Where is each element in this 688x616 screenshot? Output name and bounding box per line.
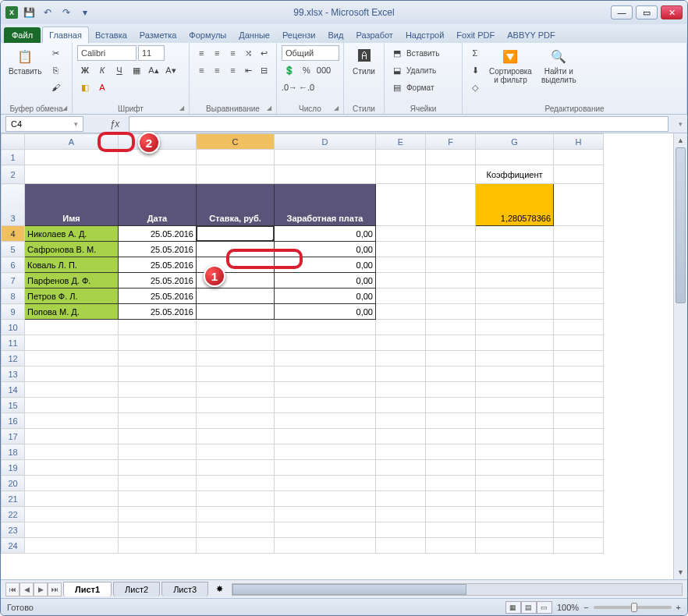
insert-cells-icon[interactable]: ⬒ xyxy=(389,45,405,61)
zoom-out-icon[interactable]: − xyxy=(583,603,588,612)
underline-button[interactable]: Ч xyxy=(112,62,127,78)
dec-decimal-icon[interactable]: ←.0 xyxy=(299,80,314,95)
copy-icon[interactable]: ⎘ xyxy=(48,62,63,78)
coef-value-cell[interactable]: 1,280578366 xyxy=(476,184,554,226)
table-cell[interactable]: 25.05.2016 xyxy=(119,257,197,273)
vertical-scrollbar[interactable]: ▲ ▼ xyxy=(673,133,687,579)
clipboard-launcher-icon[interactable]: ◢ xyxy=(60,103,69,112)
table-cell[interactable]: 25.05.2016 xyxy=(119,289,197,304)
table-cell[interactable]: 0,00 xyxy=(275,304,376,320)
styles-button[interactable]: 🅰 Стили xyxy=(349,45,379,77)
table-cell[interactable]: 25.05.2016 xyxy=(119,273,197,289)
table-cell[interactable]: 25.05.2016 xyxy=(119,226,197,242)
table-cell[interactable]: 0,00 xyxy=(275,273,376,289)
currency-icon[interactable]: 💲 xyxy=(282,62,297,78)
col-header-E[interactable]: E xyxy=(376,134,426,150)
col-header-F[interactable]: F xyxy=(426,134,476,150)
align-bottom-icon[interactable]: ≡ xyxy=(225,45,239,61)
name-box[interactable]: C4 ▾ xyxy=(5,116,83,132)
paste-button[interactable]: 📋 Вставить xyxy=(5,45,44,95)
table-cell[interactable]: Николаев А. Д. xyxy=(25,226,119,242)
view-break-icon[interactable]: ▭ xyxy=(537,601,552,614)
sort-filter-button[interactable]: 🔽 Сортировка и фильтр xyxy=(486,45,535,95)
fill-color-button[interactable]: ◧ xyxy=(77,80,93,95)
row-header[interactable]: 10 xyxy=(2,320,25,335)
merge-button[interactable]: ⊟ xyxy=(257,62,271,78)
scroll-up-icon[interactable]: ▲ xyxy=(674,133,687,147)
formula-bar-expand-icon[interactable]: ▾ xyxy=(673,120,687,128)
clear-icon[interactable]: ◇ xyxy=(467,80,483,95)
align-right-icon[interactable]: ≡ xyxy=(225,62,239,78)
qat-undo-icon[interactable]: ↶ xyxy=(40,5,55,20)
table-header-name[interactable]: Имя xyxy=(25,184,119,226)
tab-insert[interactable]: Вставка xyxy=(89,27,133,43)
find-select-button[interactable]: 🔍 Найти и выделить xyxy=(538,45,580,95)
align-center-icon[interactable]: ≡ xyxy=(210,62,224,78)
insert-cells-label[interactable]: Вставить xyxy=(406,49,439,58)
sheet-nav-last-icon[interactable]: ⏭ xyxy=(48,582,62,597)
orientation-icon[interactable]: ⤭ xyxy=(242,45,256,61)
number-launcher-icon[interactable]: ◢ xyxy=(332,103,341,112)
sheet-tab[interactable]: Лист1 xyxy=(63,582,112,597)
row-header[interactable]: 9 xyxy=(2,304,25,320)
table-cell[interactable] xyxy=(197,242,275,257)
align-middle-icon[interactable]: ≡ xyxy=(210,45,224,61)
col-header-G[interactable]: G xyxy=(476,134,554,150)
table-cell[interactable]: 0,00 xyxy=(275,242,376,257)
row-header[interactable]: 4 xyxy=(2,226,25,242)
format-cells-icon[interactable]: ▤ xyxy=(389,80,405,95)
new-sheet-icon[interactable]: ✸ xyxy=(211,582,227,597)
table-cell[interactable]: Попова М. Д. xyxy=(25,304,119,320)
number-format-combo[interactable]: Общий xyxy=(282,45,339,61)
format-painter-icon[interactable]: 🖌 xyxy=(48,80,63,95)
font-launcher-icon[interactable]: ◢ xyxy=(177,103,186,112)
tab-review[interactable]: Рецензи xyxy=(276,27,322,43)
inc-decimal-icon[interactable]: .0→ xyxy=(282,80,297,95)
row-header[interactable]: 1 xyxy=(2,150,25,165)
row-header[interactable]: 17 xyxy=(2,429,25,444)
scroll-thumb[interactable] xyxy=(676,147,686,303)
table-cell[interactable]: Сафронова В. М. xyxy=(25,242,119,257)
comma-icon[interactable]: 000 xyxy=(316,62,332,78)
row-header[interactable]: 19 xyxy=(2,460,25,476)
fill-icon[interactable]: ⬇ xyxy=(467,62,483,78)
row-header[interactable]: 22 xyxy=(2,507,25,522)
row-header[interactable]: 14 xyxy=(2,382,25,398)
row-header[interactable]: 5 xyxy=(2,242,25,257)
font-name-combo[interactable]: Calibri xyxy=(77,45,137,61)
row-header[interactable]: 13 xyxy=(2,366,25,382)
row-header[interactable]: 20 xyxy=(2,476,25,491)
table-cell[interactable]: 25.05.2016 xyxy=(119,242,197,257)
horizontal-scrollbar[interactable] xyxy=(232,583,683,596)
table-cell[interactable]: 25.05.2016 xyxy=(119,304,197,320)
col-header-H[interactable]: H xyxy=(554,134,604,150)
align-launcher-icon[interactable]: ◢ xyxy=(264,103,274,112)
align-top-icon[interactable]: ≡ xyxy=(194,45,208,61)
tab-data[interactable]: Данные xyxy=(232,27,276,43)
indent-dec-icon[interactable]: ⇤ xyxy=(242,62,256,78)
tab-developer[interactable]: Разработ xyxy=(349,27,399,43)
shrink-font-icon[interactable]: A▾ xyxy=(163,62,179,78)
col-header-C[interactable]: C xyxy=(197,134,275,150)
tab-formulas[interactable]: Формулы xyxy=(183,27,232,43)
tab-file[interactable]: Файл xyxy=(4,27,41,43)
fill-handle[interactable] xyxy=(272,239,275,242)
table-cell[interactable]: 0,00 xyxy=(275,289,376,304)
percent-icon[interactable]: % xyxy=(299,62,314,78)
row-header[interactable]: 15 xyxy=(2,398,25,413)
row-header[interactable]: 11 xyxy=(2,335,25,351)
qat-save-icon[interactable]: 💾 xyxy=(21,5,37,20)
tab-home[interactable]: Главная xyxy=(42,27,89,43)
italic-button[interactable]: К xyxy=(94,62,110,78)
row-header[interactable]: 24 xyxy=(2,538,25,554)
name-box-dropdown-icon[interactable]: ▾ xyxy=(74,120,78,128)
font-color-button[interactable]: A xyxy=(94,80,110,95)
worksheet-grid[interactable]: A B C D E F G H 1 2Коэффициент 3 Имя Дат… xyxy=(1,133,673,579)
sheet-tab[interactable]: Лист3 xyxy=(161,582,208,597)
table-cell[interactable]: 0,00 xyxy=(275,257,376,273)
cut-icon[interactable]: ✂ xyxy=(48,45,63,61)
wrap-text-button[interactable]: ↩ xyxy=(257,45,271,61)
autosum-icon[interactable]: Σ xyxy=(467,45,483,61)
font-size-combo[interactable]: 11 xyxy=(138,45,165,61)
table-header-rate[interactable]: Ставка, руб. xyxy=(197,184,275,226)
